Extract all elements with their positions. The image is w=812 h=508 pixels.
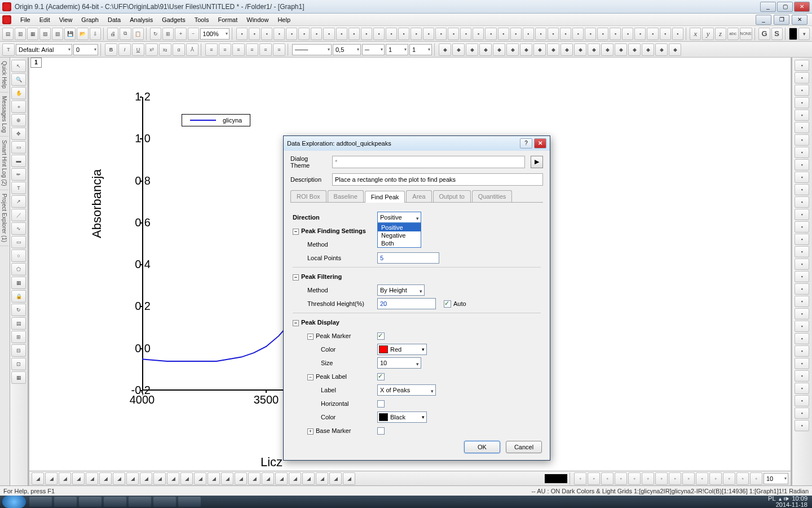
taskbar-ie[interactable] <box>104 497 126 507</box>
graph-tool-button[interactable]: ▫ <box>574 472 586 485</box>
label-combo[interactable]: X of Peaks <box>377 384 436 396</box>
toolbar-button[interactable]: ▪ <box>435 28 447 40</box>
zoom-out-icon[interactable]: － <box>188 28 199 40</box>
expander-pl[interactable]: − <box>307 374 314 380</box>
chart-legend[interactable]: glicyna <box>182 114 250 126</box>
tab-roi-box[interactable]: ROI Box <box>290 190 326 202</box>
toolbar-button[interactable]: ▪ <box>286 28 297 40</box>
plot-type-button[interactable]: ◢ <box>153 472 166 485</box>
import-icon[interactable]: ⇩ <box>90 28 101 40</box>
merge-icon[interactable]: ⊡ <box>11 358 26 370</box>
right-tool-button[interactable]: ▪ <box>795 234 809 245</box>
new-graph-icon[interactable]: ▦ <box>27 28 38 40</box>
toolbar-button[interactable]: ▪ <box>411 28 422 40</box>
tab-quantities[interactable]: Quantities <box>472 190 513 202</box>
graph-tool-button[interactable]: ▫ <box>682 472 695 485</box>
toolbar-button[interactable]: ▪ <box>548 28 559 40</box>
format-button[interactable]: ◆ <box>588 43 600 56</box>
plot-type-button[interactable]: ◢ <box>208 472 220 485</box>
auto-checkbox[interactable] <box>444 300 451 308</box>
region-icon[interactable]: ▭ <box>11 141 26 154</box>
graph-tool-button[interactable]: ▫ <box>601 472 614 485</box>
refresh-icon[interactable]: ↻ <box>150 28 161 40</box>
format-button[interactable]: ◆ <box>669 43 681 56</box>
format-button[interactable]: ◆ <box>533 43 546 56</box>
abc-icon[interactable]: abc <box>727 28 739 40</box>
graph-tool-button[interactable]: ▫ <box>588 472 600 485</box>
align-icon[interactable]: ≡ <box>205 43 218 56</box>
lock-icon[interactable]: 🔒 <box>11 290 26 303</box>
graph-tool-button[interactable]: ▫ <box>655 472 668 485</box>
font-size-combo[interactable]: 0 <box>73 44 98 55</box>
draw-icon[interactable]: ✏ <box>11 168 26 181</box>
y-label-icon[interactable]: y <box>702 28 713 40</box>
right-tool-button[interactable]: ▪ <box>795 196 809 208</box>
theme-input[interactable]: * <box>332 156 525 168</box>
expander-bm[interactable]: + <box>307 428 314 435</box>
x-label-icon[interactable]: x <box>690 28 701 40</box>
new-layout-icon[interactable]: ▨ <box>52 28 63 40</box>
toolbar-button[interactable]: ▪ <box>273 28 285 40</box>
dialog-titlebar[interactable]: Data Exploration: addtool_quickpeaks ? ✕ <box>284 136 550 151</box>
menu-help[interactable]: Help <box>273 16 295 23</box>
toolbar-button[interactable]: ▪ <box>473 28 484 40</box>
toolbar-button[interactable]: ▪ <box>311 28 322 40</box>
z-label-icon[interactable]: z <box>715 28 726 40</box>
data-reader-icon[interactable]: ＋ <box>11 100 26 113</box>
menu-file[interactable]: File <box>16 16 35 23</box>
right-tool-button[interactable]: ▪ <box>795 345 809 357</box>
taskbar-word[interactable] <box>54 497 77 507</box>
taskbar-explorer[interactable] <box>29 497 52 507</box>
direction-option-positive[interactable]: Positive <box>378 224 421 231</box>
toolbar-button[interactable]: ▪ <box>348 28 360 40</box>
menu-analysis[interactable]: Analysis <box>125 16 157 23</box>
peak-label-checkbox[interactable] <box>377 373 385 380</box>
plot-type-button[interactable]: ◢ <box>86 472 98 485</box>
toolbar-button[interactable]: ▪ <box>672 28 683 40</box>
close-button[interactable]: ✕ <box>794 2 810 12</box>
pl-color-combo[interactable]: Black <box>377 411 427 423</box>
right-tool-button[interactable]: ▪ <box>795 259 809 270</box>
font-combo[interactable]: Default: Arial <box>16 44 72 55</box>
taskbar-app[interactable] <box>178 497 201 507</box>
horizontal-checkbox[interactable] <box>377 400 385 408</box>
underline-icon[interactable]: U <box>132 43 144 56</box>
mdi-minimize-button[interactable]: _ <box>756 15 771 25</box>
menu-data[interactable]: Data <box>103 16 125 23</box>
format-button[interactable]: ◆ <box>655 43 668 56</box>
plot-type-button[interactable]: ◢ <box>126 472 139 485</box>
tab-project-explorer[interactable]: Project Explorer (1) <box>0 190 8 246</box>
right-tool-button[interactable]: ▪ <box>795 172 809 183</box>
palette-icon[interactable]: ▾ <box>798 28 810 40</box>
graph-tool-button[interactable]: ▫ <box>628 472 641 485</box>
plot-type-button[interactable]: ◢ <box>180 472 193 485</box>
tab-area[interactable]: Area <box>406 190 431 202</box>
toolbar-button[interactable]: ▪ <box>634 28 646 40</box>
plot-type-button[interactable]: ◢ <box>221 472 233 485</box>
graph-tool-button[interactable]: ▫ <box>696 472 708 485</box>
plot-type-button[interactable]: ◢ <box>343 472 355 485</box>
format-button[interactable]: ◆ <box>493 43 505 56</box>
format-button[interactable]: ◆ <box>479 43 492 56</box>
greek-icon[interactable]: α <box>173 43 185 56</box>
right-tool-button[interactable]: ▪ <box>795 321 809 332</box>
menu-view[interactable]: View <box>55 16 77 23</box>
right-tool-button[interactable]: ▪ <box>795 122 809 133</box>
minimize-button[interactable]: _ <box>760 2 776 12</box>
superscript-icon[interactable]: x² <box>145 43 158 56</box>
right-tool-button[interactable]: ▪ <box>795 246 809 257</box>
pm-size-combo[interactable]: 10 <box>377 357 421 369</box>
arrow-icon[interactable]: ↗ <box>11 195 26 208</box>
rotate-icon[interactable]: ↻ <box>11 304 26 316</box>
zoom-combo[interactable]: 100% <box>200 28 230 40</box>
toolbar-button[interactable]: ▪ <box>560 28 571 40</box>
bold-icon[interactable]: B <box>105 43 117 56</box>
plot-type-button[interactable]: ◢ <box>72 472 85 485</box>
align-icon[interactable]: ≡ <box>232 43 245 56</box>
color-black-icon[interactable] <box>789 28 797 40</box>
right-tool-button[interactable]: ▪ <box>795 134 809 146</box>
system-tray[interactable]: PL ▴ 🕪 10:092014-11-18 <box>764 496 812 508</box>
tab-quick-help[interactable]: Quick Help <box>0 58 8 93</box>
align-icon[interactable]: ≡ <box>273 43 285 56</box>
format-button[interactable]: ◆ <box>615 43 627 56</box>
